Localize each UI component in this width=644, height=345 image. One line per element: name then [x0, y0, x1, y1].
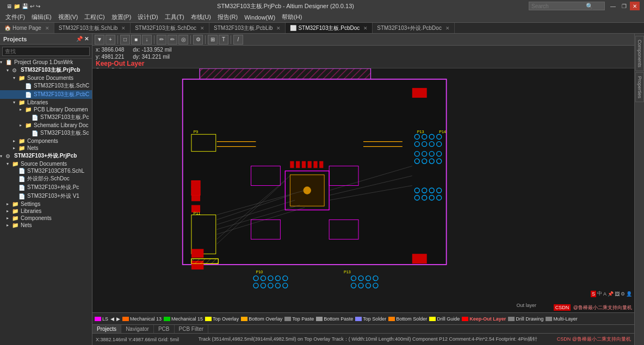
tree-arrow-icon: ▸: [20, 107, 25, 112]
app-icon-1[interactable]: 🖥: [7, 3, 12, 9]
layer-ls[interactable]: LS: [95, 316, 108, 322]
toolbar-line-btn[interactable]: /: [233, 35, 243, 45]
layer-top-solder[interactable]: Top Solder: [355, 316, 386, 322]
tree-item[interactable]: 📄外设部分.SchDoc: [0, 174, 92, 183]
tab-external-close[interactable]: ✕: [445, 26, 450, 31]
menu-report[interactable]: 报告(R): [214, 13, 241, 21]
sidebar-search-input[interactable]: [2, 47, 90, 56]
toolbar-gear-btn[interactable]: ⚙: [193, 35, 203, 45]
app-icon-5[interactable]: ↪: [36, 3, 40, 9]
toolbar-grid-btn[interactable]: ⊞: [208, 35, 218, 45]
tree-item[interactable]: 📄STM32F103+外设.Pc: [0, 183, 92, 192]
tree-item[interactable]: 📄STM32F103主板.PcbC: [0, 90, 92, 99]
toolbar-draw2-btn[interactable]: ✏: [168, 35, 177, 45]
layer-top-paste[interactable]: Top Paste: [284, 316, 314, 322]
tree-item[interactable]: ▸📁Components: [0, 215, 92, 222]
tab-schdoc-close[interactable]: ✕: [200, 26, 205, 31]
tree-item[interactable]: ▸📁Components: [0, 137, 92, 145]
tree-item[interactable]: 📄STM32F103主板.SchC: [0, 81, 92, 90]
tree-item[interactable]: ▸📁Nets: [0, 222, 92, 229]
tree-item[interactable]: ▾⚙STM32F103+外设.PrjPcb: [0, 152, 92, 160]
tree-item[interactable]: ▸📁Nets: [0, 145, 92, 152]
menu-edit[interactable]: 编辑(E): [28, 13, 55, 21]
tab-pcbdoc[interactable]: ⬜ STM32F103主板.PcbDoc ✕: [286, 23, 373, 33]
layer-drill[interactable]: Drill Guide: [429, 316, 460, 322]
tab-home-close[interactable]: ✕: [45, 26, 49, 31]
layer-keepout[interactable]: Keep-Out Layer: [462, 316, 506, 322]
menu-tools[interactable]: 工具(T): [162, 13, 188, 21]
btab-pcb-filter[interactable]: PCB Filter: [175, 325, 209, 333]
tree-item[interactable]: ▾⚙STM32F103主板.PrjPcb: [0, 66, 92, 74]
tree-item[interactable]: ▾📁Source Documents: [0, 160, 92, 167]
menu-window[interactable]: Window(W): [241, 14, 278, 21]
menu-project[interactable]: 工程(C): [81, 13, 108, 21]
tree-file-icon: 📄: [18, 185, 26, 191]
tree-item[interactable]: ▾📁Libraries: [0, 99, 92, 106]
menu-view[interactable]: 视图(V): [55, 13, 82, 21]
tree-item[interactable]: 📄STM32F103+外设 V1: [0, 192, 92, 200]
layer-ls-label: LS: [102, 316, 108, 322]
layer-mech13-label: Mechanical 13: [130, 316, 162, 322]
tab-pcblib[interactable]: STM32F103主板.PcbLib ✕: [209, 23, 286, 33]
layer-bot-overlay[interactable]: Bottom Overlay: [241, 316, 282, 322]
toolbar-text-btn[interactable]: T: [219, 35, 228, 45]
btab-navigator[interactable]: Navigator: [121, 325, 154, 333]
tree-item[interactable]: 📄STM32F103C8T6.SchL: [0, 167, 92, 174]
layer-bot-paste-label: Bottom Paste: [324, 316, 353, 322]
right-tab-components[interactable]: Components: [635, 36, 644, 71]
layer-top-overlay[interactable]: Top Overlay: [205, 316, 239, 322]
layer-multi[interactable]: Multi-Layer: [546, 316, 578, 322]
toolbar-draw-btn[interactable]: ✏: [157, 35, 166, 45]
minimize-button[interactable]: —: [608, 2, 618, 10]
tree-item[interactable]: ▸📁Schematic Library Doc: [0, 122, 92, 129]
tab-pcblib-close[interactable]: ✕: [276, 26, 281, 31]
layer-drill-draw[interactable]: Drill Drawing: [508, 316, 543, 322]
tree-item[interactable]: ▾📁Source Documents: [0, 74, 92, 81]
layer-mech13[interactable]: Mechanical 13: [122, 316, 162, 322]
toolbar-add-btn[interactable]: +: [106, 35, 115, 45]
tree-item[interactable]: 📄STM32F103主板.Pc: [0, 113, 92, 122]
app-icon-2[interactable]: 📁: [14, 3, 20, 9]
close-button[interactable]: ✕: [630, 2, 640, 10]
menu-design[interactable]: 设计(D): [134, 13, 161, 21]
tree-file-icon: 📁: [18, 99, 26, 105]
app-icon-3[interactable]: 💾: [22, 3, 28, 9]
tab-schlib-close[interactable]: ✕: [121, 26, 126, 31]
btab-pcb[interactable]: PCB: [154, 325, 175, 333]
tab-external-pcb[interactable]: STM32F103+外设.PcbDoc ✕: [373, 23, 455, 33]
layer-bot-solder[interactable]: Bottom Solder: [388, 316, 427, 322]
tree-item[interactable]: ▾📋Project Group 1.DsnWrk: [0, 59, 92, 66]
tab-pcbdoc-close[interactable]: ✕: [363, 26, 368, 31]
layer-prev-btn[interactable]: ◀: [110, 316, 114, 322]
maximize-button[interactable]: ❐: [619, 2, 629, 10]
app-icon-4[interactable]: ↩: [30, 3, 34, 9]
layer-mech15[interactable]: Mechanical 15: [164, 316, 203, 322]
sidebar-pin-icon[interactable]: 📌: [76, 36, 83, 42]
tree-item[interactable]: 📄STM32F103主板.Sc: [0, 129, 92, 137]
toolbar-fill-btn[interactable]: ■: [131, 35, 141, 45]
toolbar-down-btn[interactable]: ↓: [142, 35, 152, 45]
btab-projects[interactable]: Projects: [92, 325, 121, 333]
tab-schlib[interactable]: STM32F103主板.SchLib ✕: [54, 23, 131, 33]
search-input[interactable]: [531, 3, 586, 9]
toolbar-filter-btn[interactable]: ▼: [95, 35, 104, 45]
layer-next-btn[interactable]: ▶: [116, 316, 120, 322]
search-box[interactable]: 🔍: [529, 2, 605, 10]
menu-help[interactable]: 帮助(H): [278, 13, 305, 21]
tree-item[interactable]: ▸📁Libraries: [0, 208, 92, 215]
layer-bot-paste[interactable]: Bottom Paste: [316, 316, 353, 322]
tab-home[interactable]: 🏠 Home Page ✕: [0, 23, 54, 33]
pcb-canvas[interactable]: P9 P11 P13 P14 P10 P13: [92, 68, 634, 312]
tree-item[interactable]: ▸📁PCB Library Documen: [0, 106, 92, 113]
toolbar-rect-btn[interactable]: □: [120, 35, 130, 45]
menu-route[interactable]: 布线(U): [188, 13, 214, 21]
tree-file-icon: 📋: [5, 59, 13, 65]
tab-schdoc[interactable]: STM32F103主板.SchDoc ✕: [131, 23, 209, 33]
tree-item-label: Nets: [21, 222, 32, 228]
menu-place[interactable]: 放置(P): [108, 13, 135, 21]
tree-item[interactable]: ▸📁Settings: [0, 200, 92, 208]
menu-file[interactable]: 文件(F): [2, 13, 28, 21]
toolbar-circle-btn[interactable]: ◎: [178, 35, 188, 45]
sidebar-close-icon[interactable]: ✕: [84, 36, 89, 42]
right-tab-properties[interactable]: Properties: [635, 72, 644, 102]
